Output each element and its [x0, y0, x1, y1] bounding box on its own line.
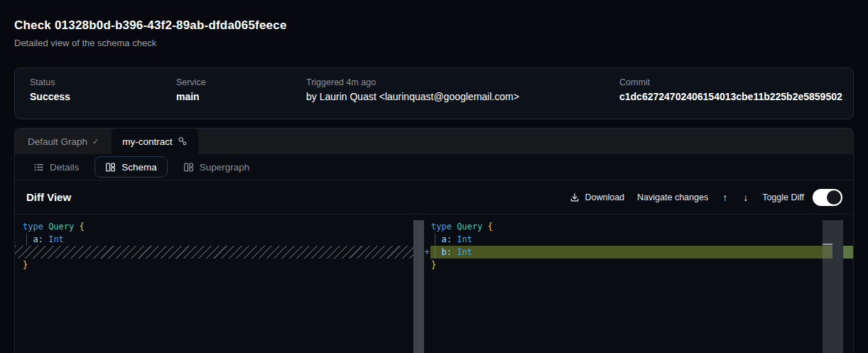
- tab-my-contract-label: my-contract: [122, 136, 173, 147]
- tab-default-graph-label: Default Graph: [28, 136, 87, 147]
- diff-view-title: Diff View: [26, 191, 71, 203]
- scrollbar-change-tick: [823, 244, 832, 245]
- left-pane-scrollbar[interactable]: [413, 220, 424, 353]
- arrow-up-icon: ↑: [722, 192, 727, 203]
- download-icon: [570, 192, 580, 202]
- download-button-label: Download: [585, 192, 624, 202]
- view-tab-bar: Details Schema Supergraph: [15, 154, 853, 180]
- tab-schema[interactable]: Schema: [94, 156, 168, 178]
- list-icon: [33, 162, 44, 173]
- code-line: }: [23, 259, 85, 271]
- toggle-diff-switch[interactable]: [813, 189, 842, 206]
- check-detail-card: Default Graph ✓ my-contract: [14, 128, 854, 353]
- toggle-knob: [827, 190, 841, 205]
- diff-pane-modified: type Query { a: Int b: Int}: [431, 220, 493, 271]
- status-column: Status Success: [30, 77, 70, 102]
- triggered-value: by Laurin Quast <laurinquast@googlemail.…: [306, 91, 519, 102]
- tab-supergraph-label: Supergraph: [200, 162, 250, 173]
- code-line: a: Int: [23, 233, 85, 246]
- code-line: }: [431, 259, 493, 271]
- page-subtitle: Detailed view of the schema check: [14, 38, 287, 48]
- previous-change-button[interactable]: ↑: [721, 192, 729, 203]
- contract-icon: [178, 136, 188, 146]
- tab-my-contract[interactable]: my-contract: [112, 129, 198, 154]
- diff-editor: + type Query { a: Int} type Query { a: I…: [15, 214, 853, 353]
- diff-pane-original: type Query { a: Int}: [15, 220, 85, 271]
- status-value: Success: [30, 91, 70, 102]
- commit-value: c1dc62724702406154013cbe11b225b2e5859502: [619, 91, 842, 102]
- diff-toolbar: Download Navigate changes ↑ ↓ Toggle Dif…: [570, 189, 842, 206]
- download-button[interactable]: Download: [570, 192, 624, 202]
- tab-supergraph[interactable]: Supergraph: [176, 156, 257, 178]
- code-line: a: Int: [431, 233, 493, 246]
- status-label: Status: [30, 77, 70, 87]
- panels-icon: [183, 162, 194, 173]
- service-column: Service main: [176, 77, 206, 102]
- code-line: b: Int: [431, 246, 493, 259]
- triggered-column: Triggered 4m ago by Laurin Quast <laurin…: [306, 77, 519, 102]
- graph-tab-bar: Default Graph ✓ my-contract: [15, 129, 853, 154]
- tab-schema-label: Schema: [121, 162, 157, 173]
- right-pane-scrollbar[interactable]: [823, 220, 843, 353]
- toggle-diff-label: Toggle Diff: [762, 192, 804, 202]
- navigate-changes-label: Navigate changes: [637, 192, 708, 202]
- checkmark-icon: ✓: [92, 137, 99, 146]
- service-value: main: [176, 91, 206, 102]
- commit-label: Commit: [619, 77, 842, 87]
- tab-default-graph[interactable]: Default Graph ✓: [15, 129, 112, 154]
- navigate-changes-button[interactable]: Navigate changes: [637, 192, 708, 202]
- triggered-label: Triggered 4m ago: [306, 77, 519, 87]
- panels-icon: [105, 162, 116, 173]
- page-header: Check 01328b0d-b396-43f2-89ab-dfda065fee…: [14, 18, 287, 48]
- code-line: type Query {: [431, 220, 493, 233]
- page-title: Check 01328b0d-b396-43f2-89ab-dfda065fee…: [14, 18, 287, 33]
- tab-details[interactable]: Details: [26, 156, 86, 178]
- next-change-button[interactable]: ↓: [742, 192, 749, 203]
- diff-view-header: Diff View Download Navigate changes ↑: [15, 180, 853, 214]
- indent-guide: [26, 233, 27, 246]
- overview-ruler-added-marker: [843, 246, 853, 259]
- commit-column: Commit c1dc62724702406154013cbe11b225b2e…: [619, 77, 842, 102]
- tab-details-label: Details: [50, 162, 79, 173]
- arrow-down-icon: ↓: [743, 192, 748, 203]
- code-line-spacer: [23, 246, 85, 259]
- service-label: Service: [176, 77, 206, 87]
- check-summary-card: Status Success Service main Triggered 4m…: [14, 67, 854, 119]
- code-line: type Query {: [23, 220, 85, 233]
